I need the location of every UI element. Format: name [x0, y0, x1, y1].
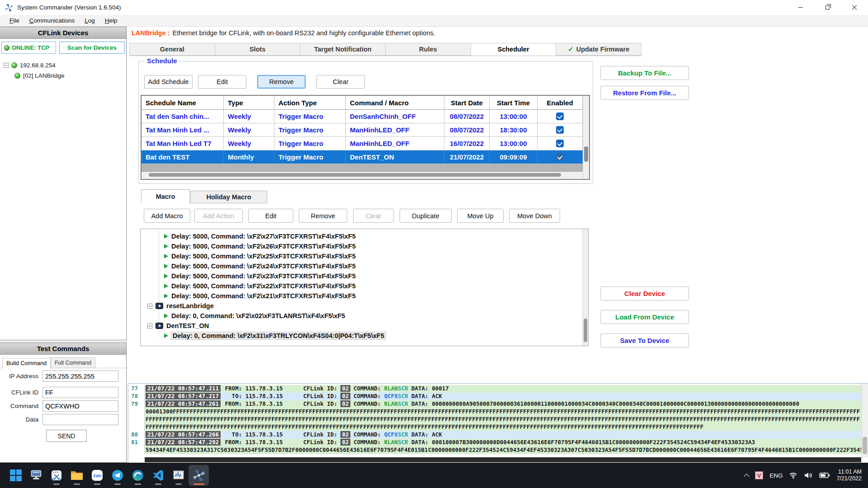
add-action-macro-button[interactable]: Add Action [194, 209, 243, 223]
macro-action-item[interactable]: Delay: 5000, Command: \xF2\x27\xF3TCFXRS… [141, 231, 588, 241]
backup-to-file-button[interactable]: Backup To File... [600, 66, 689, 80]
menu-item-communications[interactable]: Communications [24, 16, 80, 25]
minimize-button[interactable] [787, 0, 814, 15]
log-line[interactable]: 8121/07/22 08:57:47.292 FROM: 115.78.3.1… [128, 439, 868, 446]
taskbar-system-commander-icon[interactable] [189, 465, 209, 486]
edit-schedule-button[interactable]: Edit [198, 75, 246, 89]
remove-schedule-button[interactable]: Remove [257, 75, 306, 89]
taskbar-vscode-icon[interactable] [148, 465, 168, 486]
clear-macro-button[interactable]: Clear [353, 209, 394, 223]
tab-update-firmware[interactable]: ✓Update Firmware [556, 43, 642, 56]
clear-schedule-button[interactable]: Clear [316, 75, 365, 89]
taskbar-telegram-icon[interactable] [107, 465, 127, 486]
enabled-checkbox[interactable] [556, 140, 564, 147]
wifi-icon[interactable] [789, 472, 797, 479]
macro-vscrollbar[interactable] [582, 229, 588, 346]
column-header-schedule-name[interactable]: Schedule Name [142, 96, 224, 109]
tab-target-notification[interactable]: Target Notification [300, 43, 386, 56]
tab-scheduler[interactable]: Scheduler [471, 43, 557, 56]
clock[interactable]: 11:01 AM 7/21/2022 [836, 469, 862, 482]
tray-overflow-chevron-icon[interactable] [744, 474, 750, 479]
tab-rules[interactable]: Rules [386, 43, 471, 56]
tab-holiday-macro[interactable]: Holiday Macro [190, 191, 267, 203]
vscroll-thumb[interactable] [584, 319, 587, 342]
macro-action-item[interactable]: Delay: 5000, Command: \xF2\x21\xF3TCFXRS… [141, 291, 588, 301]
taskbar-system-monitor-icon[interactable] [168, 465, 189, 486]
column-header-start-time[interactable]: Start Time [490, 96, 538, 109]
add-macro-macro-button[interactable]: Add Macro [144, 209, 190, 223]
battery-icon[interactable] [819, 472, 830, 479]
device-tree-root[interactable]: 192.68.8.254 [4, 60, 126, 70]
enabled-checkbox[interactable] [556, 126, 564, 134]
duplicate-macro-button[interactable]: Duplicate [400, 209, 452, 223]
log-line[interactable]: 7921/07/22 08:57:47.261 FROM: 115.78.3.1… [128, 400, 868, 408]
macro-action-item[interactable]: Delay: 5000, Command: \xF2\x25\xF3TCFXRS… [141, 251, 588, 261]
log-line[interactable]: 8021/07/22 08:57:47.266 TO: 115.78.3.15 … [128, 431, 868, 439]
taskbar-snipping-tool-icon[interactable] [46, 465, 66, 486]
close-button[interactable] [841, 0, 868, 15]
scan-for-devices-button[interactable]: Scan for Devices [59, 42, 125, 54]
cflink-id-field[interactable] [42, 387, 118, 398]
schedule-row[interactable]: Bat den TESTMonthlyTrigger MacroDenTEST_… [142, 150, 589, 164]
ip-address-field[interactable] [42, 371, 118, 382]
language-indicator[interactable]: ENG [769, 472, 783, 479]
log-hscrollbar[interactable] [145, 457, 861, 462]
log-line[interactable]: FFFFFFFFFFFFFFFFFFFFFFFFFFFFFFFFFFFFFFFF… [128, 423, 868, 431]
clear-device-button[interactable]: Clear Device [600, 286, 689, 300]
schedule-row[interactable]: Tat Man Hinh Led ...WeeklyTrigger MacroM… [142, 123, 589, 137]
column-header-enabled[interactable]: Enabled [538, 96, 583, 109]
vscroll-thumb[interactable] [584, 146, 588, 162]
menu-item-help[interactable]: Help [100, 16, 123, 25]
column-header-type[interactable]: Type [224, 96, 274, 109]
remove-macro-button[interactable]: Remove [299, 209, 347, 223]
ime-unikey-icon[interactable]: V [755, 471, 763, 479]
menu-item-file[interactable]: File [5, 16, 24, 25]
volume-icon[interactable] [804, 472, 813, 479]
collapse-icon[interactable] [4, 63, 9, 68]
macro-action-item[interactable]: Delay: 5000, Command: \xF2\x24\xF3TCFXRS… [141, 261, 588, 271]
macro-tree-node[interactable]: DenTEST_ON [141, 321, 588, 331]
restore-button[interactable] [814, 0, 841, 15]
schedule-row[interactable]: Tat den Sanh chin...WeeklyTrigger MacroD… [142, 110, 589, 123]
macro-action-item[interactable]: Delay: 5000, Command: \xF2\x26\xF3TCFXRS… [141, 241, 588, 251]
online-status-button[interactable]: ONLINE: TCP [1, 42, 56, 54]
taskbar-zalo-icon[interactable]: Zalo [87, 465, 107, 486]
vscroll-thumb[interactable] [863, 437, 867, 454]
macro-action-item[interactable]: Delay: 0, Command: \xF2\x02\xF3TLANRST\x… [141, 311, 588, 321]
enabled-checkbox[interactable] [556, 113, 564, 120]
column-header-command-macro[interactable]: Command / Macro [346, 96, 444, 109]
schedule-vscrollbar[interactable] [583, 96, 589, 179]
macro-tree-node[interactable]: resetLanbridge [141, 301, 588, 311]
taskbar-start-icon[interactable] [5, 465, 26, 486]
taskbar-edge-icon[interactable] [127, 465, 148, 486]
taskbar-remote-desktop-icon[interactable] [26, 465, 46, 486]
enabled-checkbox[interactable] [556, 153, 564, 161]
move-up-macro-button[interactable]: Move Up [457, 209, 504, 223]
macro-action-item[interactable]: Delay: 5000, Command: \xF2\x23\xF3TCFXRS… [141, 271, 588, 281]
tab-build-command[interactable]: Build Command [2, 358, 51, 368]
tab-macro[interactable]: Macro [141, 189, 190, 203]
load-from-device-button[interactable]: Load From Device [600, 310, 689, 324]
log-line[interactable]: 7821/07/22 08:57:47.217 TO: 115.78.3.15 … [128, 393, 868, 400]
collapse-icon[interactable] [147, 304, 152, 309]
add-schedule-schedule-button[interactable]: Add Schedule [144, 75, 193, 89]
menu-item-log[interactable]: Log [80, 16, 100, 25]
edit-macro-button[interactable]: Edit [248, 209, 293, 223]
device-tree-child[interactable]: [02] LANBridge [4, 70, 126, 81]
hscroll-thumb[interactable] [149, 173, 561, 177]
macro-action-item[interactable]: Delay: 5000, Command: \xF2\x22\xF3TCFXRS… [141, 281, 588, 291]
macro-action-item[interactable]: Delay: 0, Command: \xF2\x31\xF3TRLYCON\x… [141, 331, 588, 341]
column-header-start-date[interactable]: Start Date [444, 96, 490, 109]
tab-full-command[interactable]: Full Command [51, 357, 95, 368]
log-line[interactable]: 59434F4EF45330323A317C5030323A54F5F55D7D… [128, 446, 868, 454]
schedule-hscrollbar[interactable] [142, 172, 583, 178]
command-field[interactable] [42, 400, 118, 412]
move-down-macro-button[interactable]: Move Down [509, 209, 560, 223]
log-line[interactable]: FFFFFFFFFFFFFFFFFFFFFFFFFFFFFFFFFFFFFFFF… [128, 416, 868, 423]
restore-from-file-button[interactable]: Restore From File... [600, 86, 689, 100]
log-line[interactable]: 00001300FFFFFFFFFFFFFFFFFFFFFFFFFFFFFFFF… [128, 408, 868, 416]
column-header-action-type[interactable]: Action Type [274, 96, 346, 109]
tab-slots[interactable]: Slots [215, 43, 301, 56]
log-vscrollbar[interactable] [861, 384, 868, 458]
save-to-device-button[interactable]: Save To Device [600, 333, 689, 347]
